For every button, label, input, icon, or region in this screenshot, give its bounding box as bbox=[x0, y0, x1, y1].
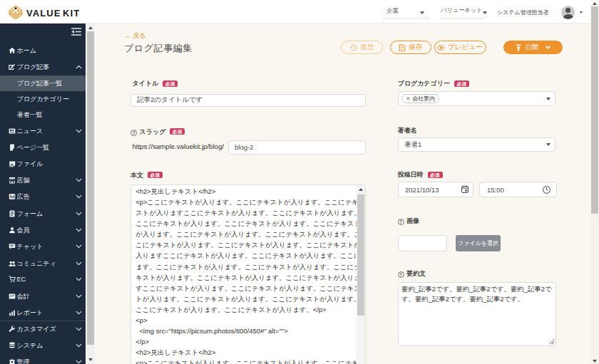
svg-text:Ad: Ad bbox=[9, 194, 14, 199]
